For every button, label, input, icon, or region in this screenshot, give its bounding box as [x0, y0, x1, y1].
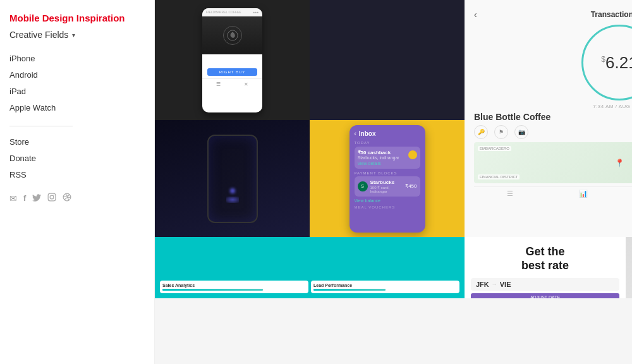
site-title[interactable]: Mobile Design Inspiration [9, 13, 145, 23]
list-item: Apple Watch [9, 102, 145, 113]
transaction-mock: ‹ Transaction Detail $6.21 7:34 AM / AUG… [465, 0, 632, 237]
dashboard-bar-2 [313, 289, 386, 291]
dark-phone-item[interactable] [155, 120, 310, 237]
transaction-actions: 🔑 ⚑ 📷 [474, 125, 632, 139]
starbucks-name: Starbucks [370, 179, 403, 185]
iphone-silhouette [207, 135, 258, 223]
nav-link-ipad[interactable]: iPad [9, 87, 26, 96]
instagram-icon[interactable] [47, 193, 56, 203]
nav-links: iPhone Android iPad Apple Watch [9, 52, 145, 113]
cashback-icon [408, 150, 417, 159]
nav-link-donate[interactable]: Donate [9, 154, 36, 163]
inbox-cashback-item: ₹50 cashback Starbucks, indirangar View … [355, 147, 420, 169]
inbox-mock: ‹ Inbox TODAY ₹50 cashback Starbucks, in… [310, 120, 465, 237]
coffee-brand-name: PRIUS [202, 54, 262, 66]
dark-phone-container [155, 120, 310, 237]
menu-icon: ☰ [216, 82, 221, 87]
inbox-view-details[interactable]: View details [358, 161, 417, 166]
transaction-circle: $6.21 [581, 25, 632, 100]
map-pin: 📍 [615, 159, 624, 167]
coffee-screen-container: FIELDBARREL COFFEE ●●● PRIUS RIGHT BUY [155, 0, 310, 120]
inbox-meal-label: MEAL VOUCHERS [355, 205, 420, 209]
coffee-logo [223, 26, 242, 45]
camera-icon[interactable]: 📷 [514, 125, 528, 139]
transaction-bottom-nav: ☰ 📊 ↑ 👤 [474, 186, 632, 198]
grid-container: FIELDBARREL COFFEE ●●● PRIUS RIGHT BUY [155, 0, 632, 298]
secondary-links: Store Donate RSS [9, 136, 145, 180]
transaction-amount: $6.21 [601, 53, 632, 73]
inbox-title: Inbox [359, 130, 376, 137]
inbox-starbucks-item: S Starbucks 100 ₹ card, Indirangar ₹450 [355, 176, 420, 197]
coffee-status: ●●● [253, 10, 258, 14]
phone-logo-glow [230, 188, 235, 193]
svg-rect-0 [49, 193, 56, 201]
list-nav-icon[interactable]: ☰ [507, 190, 513, 198]
adjust-date-button[interactable]: ADJUST DATE [471, 293, 619, 298]
dashboard-card-1: Sales Analytics [160, 281, 308, 293]
flight-route-codes: JFK → VIE [476, 281, 614, 288]
back-icon[interactable]: ‹ [474, 9, 477, 20]
list-item: RSS [9, 169, 145, 180]
email-icon[interactable]: ✉ [9, 193, 17, 203]
dribbble-icon[interactable] [63, 193, 71, 203]
dashboard-bar-1 [162, 289, 263, 291]
route-arrow: → [492, 281, 497, 288]
chevron-down-icon: ▾ [72, 32, 75, 39]
facebook-icon[interactable]: f [23, 193, 26, 203]
list-item: Android [9, 69, 145, 80]
inbox-cashback-sub: Starbucks, indirangar [358, 155, 406, 160]
dashboard-card2-title: Lead Performance [313, 283, 457, 288]
inbox-item[interactable]: ‹ Inbox TODAY ₹50 cashback Starbucks, in… [310, 120, 465, 237]
key-icon[interactable]: 🔑 [474, 125, 488, 139]
right-split: ✈ Get the best rate JFK → VIE ADJUST DAT… [465, 237, 632, 298]
nav-link-android[interactable]: Android [9, 70, 38, 80]
list-item: iPad [9, 85, 145, 97]
nav-link-store[interactable]: Store [9, 137, 29, 147]
transaction-title: Transaction Detail [482, 10, 632, 19]
list-item: Store [9, 136, 145, 147]
nav-link-rss[interactable]: RSS [9, 170, 27, 179]
list-item: Donate [9, 152, 145, 164]
map-label-embarcadero: EMBARCADERO [478, 146, 511, 151]
main-content: FIELDBARREL COFFEE ●●● PRIUS RIGHT BUY [155, 0, 632, 364]
transaction-date: 7:34 AM / AUG 28TH [474, 104, 632, 109]
sidebar: Mobile Design Inspiration Creative Field… [0, 0, 155, 364]
inbox-today-label: TODAY [355, 141, 420, 145]
creative-fields-toggle[interactable]: Creative Fields ▾ [9, 30, 145, 40]
flag-icon[interactable]: ⚑ [494, 125, 508, 139]
starbucks-sub: 100 ₹ card, Indirangar [370, 185, 403, 193]
teal-dashboard-item[interactable]: Sales Analytics Lead Performance [155, 237, 465, 298]
dashboard-card-2: Lead Performance [311, 281, 459, 293]
transaction-merchant: Blue Bottle Coffee [474, 112, 632, 122]
iphone-body-bg [626, 237, 632, 298]
divider [9, 126, 73, 126]
inbox-back-icon[interactable]: ‹ [355, 130, 356, 137]
inbox-view-balance[interactable]: View balance [355, 198, 420, 203]
coffee-app-item[interactable]: FIELDBARREL COFFEE ●●● PRIUS RIGHT BUY [155, 0, 310, 120]
twitter-icon[interactable] [32, 193, 41, 203]
starbucks-logo: S [358, 181, 368, 191]
coffee-footer-nav: ☰ ✕ [202, 78, 262, 90]
teal-dashboard-mock: Sales Analytics Lead Performance [160, 281, 459, 293]
nav-link-apple-watch[interactable]: Apple Watch [9, 103, 56, 112]
transaction-map: EMBARCADERO FINANCIAL DISTRICT FERRY BUI… [474, 142, 632, 183]
iphone-glow [226, 197, 239, 203]
inbox-section-label: PAYMENT BLOCKS [355, 171, 420, 175]
map-label-financial: FINANCIAL DISTRICT [478, 174, 520, 179]
dark-placeholder-item[interactable] [310, 0, 465, 120]
coffee-hero [202, 16, 262, 54]
coffee-header: FIELDBARREL COFFEE ●●● [202, 8, 262, 16]
starbucks-amount: ₹450 [405, 183, 416, 189]
transaction-detail-item[interactable]: ‹ Transaction Detail $6.21 7:34 AM / AUG… [465, 0, 632, 237]
chart-nav-icon[interactable]: 📊 [579, 190, 588, 198]
inbox-phone: ‹ Inbox TODAY ₹50 cashback Starbucks, in… [349, 125, 425, 233]
coffee-brand-header: FIELDBARREL COFFEE [206, 10, 241, 14]
coffee-order-button[interactable]: RIGHT BUY [207, 68, 257, 76]
flight-iphone-item[interactable]: ✈ Get the best rate JFK → VIE ADJUST DAT… [465, 237, 632, 298]
coffee-phone: FIELDBARREL COFFEE ●●● PRIUS RIGHT BUY [202, 8, 262, 112]
inbox-header: ‹ Inbox [355, 130, 420, 137]
svg-point-1 [50, 195, 54, 199]
transaction-amount-container: $6.21 [474, 25, 632, 100]
svg-point-2 [54, 195, 55, 196]
nav-link-iphone[interactable]: iPhone [9, 54, 35, 63]
